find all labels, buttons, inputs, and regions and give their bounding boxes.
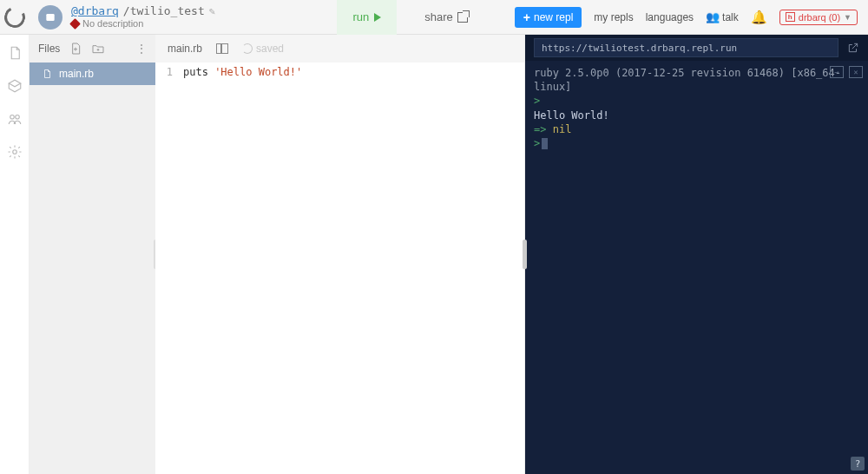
project-avatar-icon[interactable] [38,5,62,30]
console-result-value: nil [553,123,572,135]
file-icon [42,68,52,80]
svg-point-4 [15,115,19,120]
project-owner-link[interactable]: @drbarq [71,4,119,18]
project-name: twilio_test [130,4,205,17]
user-badge-icon: h [786,12,795,22]
console-close-icon[interactable]: ✕ [849,66,863,78]
console-output[interactable]: ruby 2.5.0p0 (2017-12-25 revision 61468)… [525,61,868,474]
svg-point-1 [48,16,49,18]
repl-logo-icon[interactable] [0,0,30,35]
console-stdout-line: Hello World! [534,109,859,122]
editor-pane: main.rb saved 1 puts 'Hello World!' [155,35,525,474]
console-popout-icon[interactable]: → [830,66,844,78]
user-menu-button[interactable]: h drbarq (0) ▼ [779,10,858,25]
ruby-icon [69,18,81,30]
packages-icon[interactable] [7,78,23,94]
my-repls-link[interactable]: my repls [594,11,633,23]
top-bar: @drbarq/twilio_test ✎ No description run… [0,0,868,35]
layout-toggle-icon[interactable] [216,43,228,54]
talk-link[interactable]: 👥 talk [706,10,739,23]
code-token-string: 'Hello World!' [214,66,302,78]
activity-bar [0,35,30,474]
chevron-down-icon: ▼ [844,13,852,22]
svg-rect-0 [46,14,54,21]
settings-icon[interactable] [7,144,23,160]
svg-point-3 [10,115,14,120]
new-repl-button[interactable]: + new repl [515,7,582,28]
file-panel-more-icon[interactable]: ⋮ [135,42,147,56]
repl-url-input[interactable]: https://twiliotest.drbarq.repl.run [534,38,838,57]
code-editor[interactable]: 1 puts 'Hello World!' [155,63,524,474]
files-icon[interactable] [7,45,23,61]
saved-indicator: saved [242,43,284,55]
plus-icon: + [523,11,530,23]
console-pane: https://twiliotest.drbarq.repl.run → ✕ r… [525,35,868,474]
editor-tab[interactable]: main.rb [168,43,202,55]
file-item-main-rb[interactable]: main.rb [30,63,155,85]
multiplayer-icon[interactable] [7,111,23,127]
new-file-icon[interactable] [69,42,82,56]
help-button[interactable]: ? [851,457,865,471]
console-result-prefix: => [534,123,553,135]
svg-point-2 [51,16,53,18]
project-meta: @drbarq/twilio_test ✎ No description [71,4,215,30]
code-token-keyword: puts [183,66,214,78]
share-button[interactable]: share [412,0,480,35]
history-icon [242,43,253,54]
notifications-icon[interactable]: 🔔 [751,10,767,25]
console-version-line: ruby 2.5.0p0 (2017-12-25 revision 61468)… [534,66,859,94]
console-cursor [542,138,548,149]
project-description: No description [82,18,143,30]
file-item-label: main.rb [59,68,94,80]
line-gutter: 1 [155,63,180,474]
svg-point-5 [12,150,16,155]
file-panel-title: Files [38,43,60,55]
edit-icon[interactable]: ✎ [209,5,215,17]
people-icon: 👥 [706,10,720,23]
file-panel: Files ⋮ main.rb [30,35,155,474]
share-icon [457,12,468,23]
languages-link[interactable]: languages [646,11,694,23]
splitter-handle[interactable] [523,240,527,269]
prompt-icon: > [534,95,540,107]
open-external-icon[interactable] [847,42,859,54]
new-folder-icon[interactable] [91,42,105,56]
play-icon [374,13,381,22]
run-button[interactable]: run [337,0,397,35]
prompt-icon: > [534,137,540,149]
